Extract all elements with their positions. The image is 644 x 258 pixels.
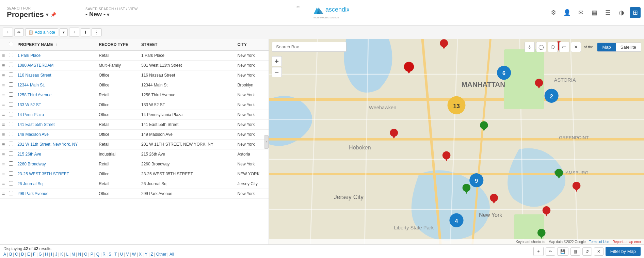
mail-icon[interactable]: ✉ (575, 7, 586, 18)
row-menu-icon[interactable]: ≡ (2, 142, 5, 147)
row-menu-icon[interactable]: ≡ (2, 171, 5, 177)
map-tool-cursor[interactable]: ⊹ (525, 42, 535, 52)
row-checkbox[interactable] (9, 82, 13, 87)
row-checkbox[interactable] (9, 191, 13, 195)
keyboard-shortcuts[interactable]: Keyboard shortcuts (516, 240, 545, 244)
map-tool-rect[interactable]: ▭ (559, 42, 569, 52)
row-menu-icon[interactable]: ≡ (2, 82, 5, 88)
row-menu-icon[interactable]: ≡ (2, 53, 5, 58)
property-link[interactable]: 12344 Main St. (17, 83, 45, 87)
alphabet-y[interactable]: Y (145, 252, 147, 257)
property-link[interactable]: 141 East 55th Street (17, 122, 54, 127)
col-property-name[interactable]: PROPERTY NAME ↑ (15, 39, 97, 50)
property-link[interactable]: 1258 Third Avenue (17, 93, 51, 97)
toolbar-plus-btn[interactable]: ＋ (3, 28, 13, 37)
row-checkbox[interactable] (9, 132, 13, 136)
bottom-close-btn[interactable]: ✕ (594, 247, 603, 256)
row-checkbox[interactable] (9, 102, 13, 107)
row-checkbox[interactable] (9, 171, 13, 176)
toolbar-dropdown-btn[interactable]: ▾ (60, 28, 68, 36)
table-wrapper[interactable]: PROPERTY NAME ↑ RECORD TYPE STREET CITY … (0, 39, 269, 244)
toolbar-download-btn[interactable]: ⬇ (81, 28, 90, 36)
row-menu-icon[interactable]: ≡ (2, 102, 5, 108)
map-search-input[interactable] (272, 42, 347, 52)
row-checkbox[interactable] (9, 122, 13, 126)
alphabet-a[interactable]: A (3, 252, 6, 257)
alphabet-g[interactable]: G (38, 252, 42, 257)
chart-icon[interactable]: ◑ (616, 7, 627, 18)
property-link[interactable]: 116 Nassau Street (17, 73, 51, 78)
alphabet-r[interactable]: R (102, 252, 106, 257)
map-tool-poly[interactable]: ⬡ (548, 42, 558, 52)
alphabet-d[interactable]: D (21, 252, 24, 257)
alphabet-u[interactable]: U (120, 252, 123, 257)
alphabet-o[interactable]: O (84, 252, 87, 257)
terms-of-use[interactable]: Terms of Use (589, 240, 609, 244)
property-link[interactable]: 149 Madison Ave (17, 132, 49, 137)
row-checkbox[interactable] (9, 181, 13, 186)
map-tool-x[interactable]: ✕ (571, 42, 581, 52)
row-menu-icon[interactable]: ≡ (2, 72, 5, 78)
bottom-plus-btn[interactable]: ＋ (533, 247, 544, 256)
toolbar-add-btn[interactable]: ＋ (69, 28, 79, 37)
alphabet-n[interactable]: N (78, 252, 81, 257)
toolbar-note-btn[interactable]: 📋 Add a Note (25, 28, 58, 36)
property-link[interactable]: 1 Park Place (17, 53, 41, 58)
select-all-checkbox[interactable] (9, 42, 13, 46)
alphabet-x[interactable]: X (139, 252, 142, 257)
menu-icon[interactable]: ☰ (602, 7, 613, 18)
alphabet-s[interactable]: S (109, 252, 111, 257)
user-icon[interactable]: 👤 (562, 7, 573, 18)
row-menu-icon[interactable]: ≡ (2, 161, 5, 167)
alphabet-l[interactable]: L (66, 252, 68, 257)
alphabet-z[interactable]: Z (150, 252, 153, 257)
row-menu-icon[interactable]: ≡ (2, 122, 5, 127)
row-menu-icon[interactable]: ≡ (2, 112, 5, 117)
zoom-in-btn[interactable]: + (272, 56, 282, 66)
property-link[interactable]: 1080 AMSTERDAM (17, 63, 53, 68)
properties-dropdown-icon[interactable]: ▾ (46, 12, 48, 17)
row-menu-icon[interactable]: ≡ (2, 63, 5, 68)
alphabet-e[interactable]: E (27, 252, 30, 257)
row-checkbox[interactable] (9, 112, 13, 116)
saved-search-dropdown-icon[interactable]: ▾ (107, 12, 109, 17)
property-link[interactable]: 133 W 52 ST (17, 102, 41, 107)
report-map-error[interactable]: Report a map error (613, 240, 641, 244)
alphabet-k[interactable]: K (60, 252, 63, 257)
row-checkbox[interactable] (9, 161, 13, 166)
bottom-refresh-btn[interactable]: ↺ (582, 247, 592, 256)
bottom-save-btn[interactable]: 💾 (557, 247, 568, 256)
grid-icon[interactable]: ▦ (589, 7, 600, 18)
row-checkbox[interactable] (9, 151, 13, 156)
collapse-handle[interactable]: ◂ (264, 135, 269, 149)
toolbar-more-btn[interactable]: ⋮ (92, 28, 102, 36)
property-link[interactable]: 299 Park Avenue (17, 191, 48, 196)
bottom-grid-btn[interactable]: ▦ (570, 247, 580, 256)
settings-icon[interactable]: ⚙ (548, 7, 559, 18)
app-icon[interactable]: ⊞ (630, 7, 641, 18)
alphabet-q[interactable]: Q (96, 252, 99, 257)
row-checkbox[interactable] (9, 53, 13, 57)
property-link[interactable]: 201 W 11th Street, New York, NY (17, 142, 78, 147)
row-checkbox[interactable] (9, 92, 13, 97)
row-checkbox[interactable] (9, 142, 13, 146)
map-type-satellite-btn[interactable]: Satellite (616, 43, 641, 51)
alphabet-b[interactable]: B (9, 252, 12, 257)
map-tool-circle[interactable]: ◯ (536, 42, 546, 52)
row-menu-icon[interactable]: ≡ (2, 181, 5, 187)
pin-icon[interactable]: 📌 (50, 12, 56, 17)
alphabet-t[interactable]: T (114, 252, 117, 257)
row-checkbox[interactable] (9, 63, 13, 67)
alphabet-v[interactable]: V (126, 252, 129, 257)
row-menu-icon[interactable]: ≡ (2, 191, 5, 196)
alphabet-all[interactable]: All (170, 252, 174, 257)
row-checkbox[interactable] (9, 72, 13, 77)
filter-by-map-btn[interactable]: Filter by Map (606, 247, 641, 256)
property-link[interactable]: 23-25 WEST 35TH STREET (17, 172, 69, 176)
alphabet-p[interactable]: P (91, 252, 93, 257)
property-link[interactable]: 215 26th Ave (17, 152, 41, 157)
property-link[interactable]: 26 Journal Sq (17, 181, 43, 186)
toolbar-edit-btn[interactable]: ✏ (14, 28, 24, 36)
map-type-map-btn[interactable]: Map (597, 43, 615, 51)
bottom-edit-btn[interactable]: ✏ (546, 247, 555, 256)
